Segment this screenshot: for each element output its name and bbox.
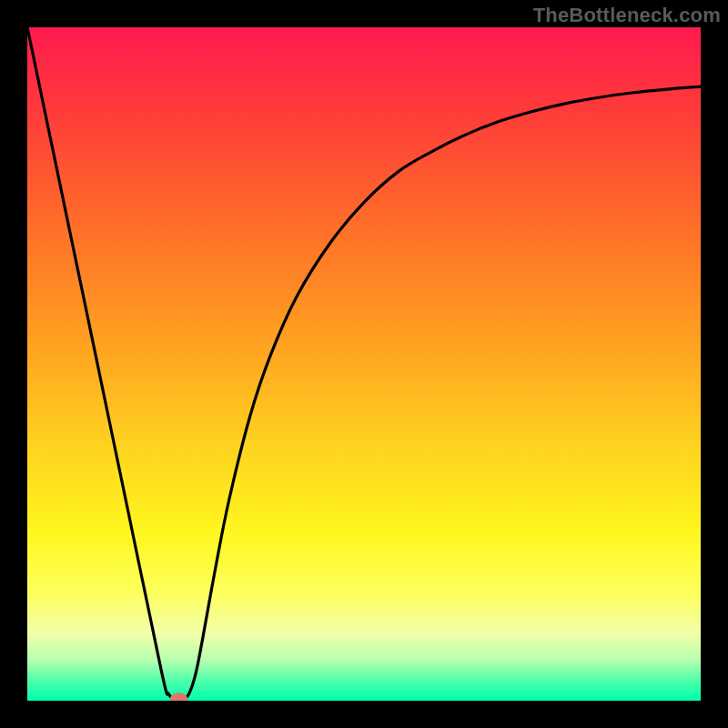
plot-area bbox=[27, 27, 701, 701]
optimal-point-marker bbox=[170, 693, 187, 701]
bottleneck-curve bbox=[27, 27, 701, 701]
watermark-text: TheBottleneck.com bbox=[533, 4, 721, 27]
curve-layer bbox=[27, 27, 701, 701]
chart-frame: TheBottleneck.com bbox=[0, 0, 728, 728]
